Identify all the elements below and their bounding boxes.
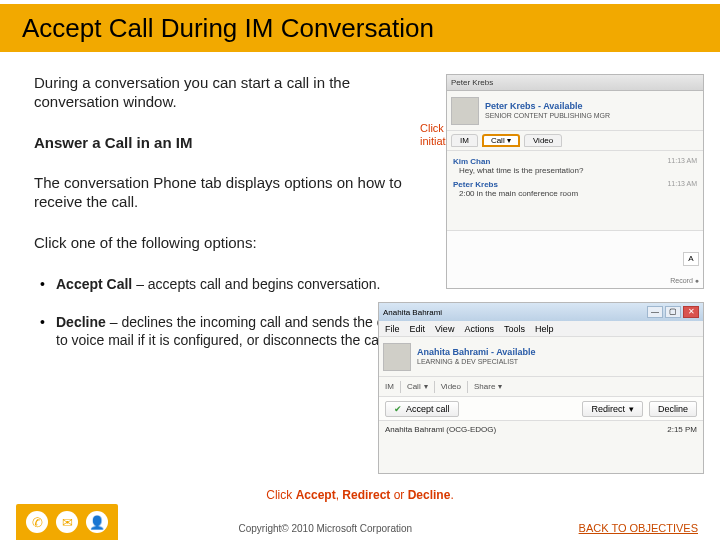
caller-id: Anahita Bahrami (OCG-EDOG) — [385, 425, 496, 434]
phone-tab-text: The conversation Phone tab displays opti… — [34, 174, 414, 212]
call-titlebar: Anahita Bahrami — ▢ ✕ — [379, 303, 703, 321]
tab-label: Share — [474, 382, 495, 391]
redirect-button[interactable]: Redirect ▾ — [582, 401, 643, 417]
callout-bold: Accept — [296, 488, 336, 502]
options-lead: Click one of the following options: — [34, 234, 414, 253]
avatar — [451, 97, 479, 125]
message-time: 11:13 AM — [667, 157, 697, 175]
tab-video[interactable]: Video — [524, 134, 562, 147]
message-body: 2:00 in the main conference room — [453, 189, 578, 198]
copyright: Copyright© 2010 Microsoft Corporation — [239, 523, 413, 534]
contact-name: Peter Krebs — [485, 101, 536, 111]
call-time: 2:15 PM — [667, 425, 697, 434]
avatar — [383, 343, 411, 371]
conversation-tabs: IM Call ▾ Video Share ▾ — [379, 377, 703, 397]
subheading: Answer a Call in an IM — [34, 134, 414, 153]
message-row: Kim Chan Hey, what time is the presentat… — [453, 157, 697, 175]
menu-bar: File Edit View Actions Tools Help — [379, 321, 703, 337]
presence-info: Anahita Bahrami - Available LEARNING & D… — [417, 348, 535, 366]
presence-bar: Anahita Bahrami - Available LEARNING & D… — [379, 337, 703, 377]
maximize-button[interactable]: ▢ — [665, 306, 681, 318]
chevron-down-icon: ▾ — [498, 382, 502, 391]
tab-video[interactable]: Video — [441, 382, 461, 391]
chevron-down-icon: ▾ — [507, 136, 511, 145]
back-to-objectives-link[interactable]: BACK TO OBJECTIVES — [579, 522, 698, 534]
chevron-down-icon: ▾ — [629, 404, 634, 414]
call-action-bar: ✔Accept call Redirect ▾ Decline — [379, 397, 703, 421]
message-row: Peter Krebs 2:00 in the main conference … — [453, 180, 697, 198]
callout-text: Click — [266, 488, 295, 502]
callout-text: . — [450, 488, 453, 502]
screenshot-call-window: Anahita Bahrami — ▢ ✕ File Edit View Act… — [378, 302, 704, 474]
presence-info: Peter Krebs - Available SENIOR CONTENT P… — [485, 102, 610, 120]
chevron-down-icon: ▾ — [424, 382, 428, 391]
contact-status: Available — [496, 347, 535, 357]
menu-edit[interactable]: Edit — [410, 324, 426, 334]
record-label[interactable]: Record ● — [670, 277, 699, 284]
phone-icon[interactable]: ✆ — [26, 511, 48, 533]
contact-title: LEARNING & DEV SPECIALIST — [417, 358, 535, 366]
screenshot-im-window: Peter Krebs Peter Krebs - Available SENI… — [446, 74, 704, 289]
window-controls: — ▢ ✕ — [647, 306, 699, 318]
list-item: Accept Call – accepts call and begins co… — [34, 275, 414, 293]
menu-file[interactable]: File — [385, 324, 400, 334]
person-icon[interactable]: 👤 — [86, 511, 108, 533]
tab-call[interactable]: Call ▾ — [482, 134, 520, 147]
message-sender: Peter Krebs — [453, 180, 578, 189]
divider — [467, 381, 468, 393]
message-sender: Kim Chan — [453, 157, 583, 166]
main-content: During a conversation you can start a ca… — [34, 74, 414, 369]
check-icon: ✔ — [394, 404, 402, 414]
option-desc: – accepts call and begins conversation. — [132, 276, 380, 292]
tab-share[interactable]: Share ▾ — [474, 382, 502, 391]
button-label: Accept call — [406, 404, 450, 414]
option-name: Decline — [56, 314, 106, 330]
close-button[interactable]: ✕ — [683, 306, 699, 318]
option-desc: – declines the incoming call and sends t… — [56, 314, 410, 348]
minimize-button[interactable]: — — [647, 306, 663, 318]
callout-bold: Decline — [408, 488, 451, 502]
contact-status: Available — [543, 101, 582, 111]
menu-view[interactable]: View — [435, 324, 454, 334]
button-label: Redirect — [591, 404, 625, 414]
contact-name: Anahita Bahrami — [417, 347, 489, 357]
format-button[interactable]: A — [683, 252, 699, 266]
menu-help[interactable]: Help — [535, 324, 554, 334]
list-item: Decline – declines the incoming call and… — [34, 313, 414, 349]
callout-accept-redirect-decline: Click Accept, Redirect or Decline. — [266, 488, 453, 502]
callout-bold: Redirect — [342, 488, 390, 502]
message-list: Kim Chan Hey, what time is the presentat… — [447, 151, 703, 209]
record-text: Record — [670, 277, 693, 284]
intro-text: During a conversation you can start a ca… — [34, 74, 414, 112]
tab-im[interactable]: IM — [451, 134, 478, 147]
message-time: 11:13 AM — [667, 180, 697, 198]
message-body: Hey, what time is the presentation? — [453, 166, 583, 175]
title-band: Accept Call During IM Conversation — [0, 4, 720, 52]
footer-icon-bar: ✆ ✉ 👤 — [16, 504, 118, 540]
accept-call-button[interactable]: ✔Accept call — [385, 401, 459, 417]
im-window-title: Peter Krebs — [451, 78, 493, 87]
callout-text: or — [390, 488, 407, 502]
tab-call[interactable]: Call ▾ — [407, 382, 428, 391]
call-info-row: Anahita Bahrami (OCG-EDOG) 2:15 PM — [379, 421, 703, 438]
call-window-title: Anahita Bahrami — [383, 308, 442, 317]
compose-area[interactable]: A Record ● — [447, 230, 703, 288]
tab-label: Call — [407, 382, 421, 391]
conversation-tabs: IM Call ▾ Video — [447, 131, 703, 151]
tab-label: Call — [491, 136, 505, 145]
page-title: Accept Call During IM Conversation — [22, 13, 434, 44]
slide: Accept Call During IM Conversation Durin… — [0, 4, 720, 540]
callout-text: Click — [420, 122, 447, 134]
divider — [434, 381, 435, 393]
im-titlebar: Peter Krebs — [447, 75, 703, 91]
menu-actions[interactable]: Actions — [464, 324, 494, 334]
contact-title: SENIOR CONTENT PUBLISHING MGR — [485, 112, 610, 120]
decline-button[interactable]: Decline — [649, 401, 697, 417]
menu-tools[interactable]: Tools — [504, 324, 525, 334]
tab-im[interactable]: IM — [385, 382, 394, 391]
options-list: Accept Call – accepts call and begins co… — [34, 275, 414, 350]
presence-bar: Peter Krebs - Available SENIOR CONTENT P… — [447, 91, 703, 131]
chat-icon[interactable]: ✉ — [56, 511, 78, 533]
option-name: Accept Call — [56, 276, 132, 292]
divider — [400, 381, 401, 393]
